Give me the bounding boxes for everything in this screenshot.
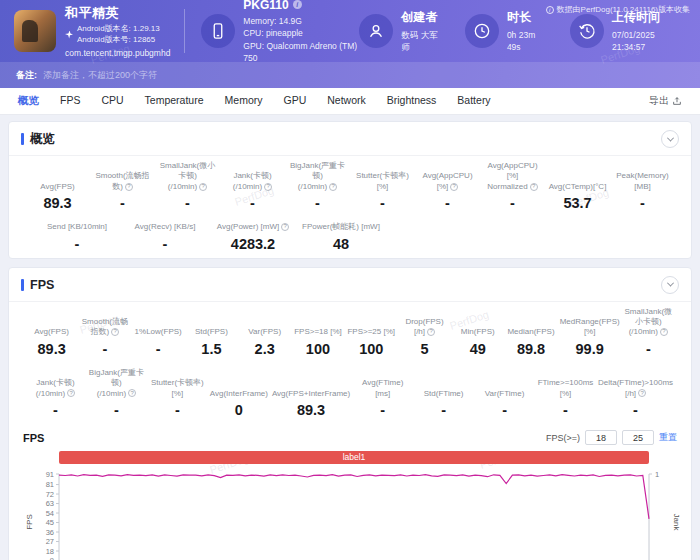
metric-cell: SmallJank(微小卡顿) (/10min)?- — [622, 307, 675, 357]
metric-cell: Avg(FPS)89.3 — [25, 307, 78, 357]
device-info-icon[interactable]: i — [293, 0, 302, 9]
metric-label: Jank(卡顿) (/10min)? — [222, 171, 283, 192]
label1-region-banner[interactable]: label1 — [59, 451, 649, 464]
help-icon[interactable]: ? — [264, 183, 272, 191]
tab-network[interactable]: Network — [327, 94, 366, 108]
metric-label: Stutter(卡顿率) [%] — [149, 378, 206, 399]
metric-label: SmallJank(微小卡顿) (/10min)? — [157, 161, 218, 192]
metric-value: 2.3 — [240, 341, 289, 357]
svg-text:18: 18 — [46, 546, 54, 555]
help-icon[interactable]: ? — [199, 183, 207, 191]
metric-value: - — [415, 402, 472, 418]
metric-cell: Std(FPS)1.5 — [185, 307, 238, 357]
svg-text:72: 72 — [46, 489, 54, 498]
fps-card: PerfDog PerfDog PerfDog PerfDog FPS Avg(… — [8, 267, 692, 560]
duration-block: 时长 0h 23m 49s — [465, 9, 544, 54]
tab-overview[interactable]: 概览 — [18, 94, 39, 108]
app-icon — [14, 10, 56, 52]
metric-cell: Drop(FPS) [/h]?5 — [398, 307, 451, 357]
overview-card: PerfDog PerfDog 概览 Avg(FPS)89.3Smooth(流畅… — [8, 121, 692, 259]
metric-value: - — [612, 195, 673, 211]
svg-text:54: 54 — [46, 508, 54, 517]
tab-brightness[interactable]: Brightness — [387, 94, 437, 108]
collapse-button[interactable] — [661, 130, 679, 148]
metric-cell: Send [KB/10min]- — [33, 222, 121, 251]
metric-value: - — [476, 402, 533, 418]
help-icon[interactable]: ? — [530, 183, 538, 191]
reset-link[interactable]: 重置 — [659, 431, 677, 444]
device-block: PKG110i Memory: 14.9G CPU: pineapple GPU… — [201, 0, 359, 64]
metric-cell: Min(FPS)49 — [451, 307, 504, 357]
creator-block: 创建者 数码 大军师 — [359, 9, 439, 54]
svg-text:45: 45 — [46, 518, 54, 527]
metric-value: - — [88, 402, 145, 418]
version-icon — [65, 31, 73, 39]
metric-value: - — [417, 195, 478, 211]
android-version-name: Android版本名: 1.29.13 — [77, 24, 160, 34]
metric-value: - — [482, 195, 543, 211]
device-cpu: CPU: pineapple — [243, 27, 359, 39]
help-icon[interactable]: ? — [450, 183, 458, 191]
metric-label: Std(FPS) — [187, 327, 236, 337]
metric-label: Avg(Recv) [KB/s] — [123, 222, 207, 232]
help-icon[interactable]: ? — [128, 389, 136, 397]
metric-label: FPS>=25 [%] — [347, 327, 396, 337]
metric-label: Median(FPS) — [506, 327, 555, 337]
duration-label: 时长 — [507, 9, 544, 26]
metric-cell: Avg(AppCPU) [%]?- — [415, 161, 480, 211]
metric-value: - — [354, 402, 411, 418]
header-divider — [184, 9, 185, 53]
tab-cpu[interactable]: CPU — [101, 94, 123, 108]
metric-value: 89.3 — [27, 195, 88, 211]
metric-value: - — [35, 236, 119, 252]
metric-value: 48 — [299, 236, 383, 252]
fps-min-input[interactable] — [585, 430, 617, 445]
metric-label: FPS>=18 [%] — [293, 327, 342, 337]
metric-value: 53.7 — [547, 195, 608, 211]
help-icon[interactable]: ? — [281, 223, 289, 231]
metric-cell: Var(FPS)2.3 — [238, 307, 291, 357]
fps-metrics-row-2: Jank(卡顿) (/10min)?-BigJank(严重卡顿) (/10min… — [9, 363, 691, 424]
svg-text:27: 27 — [46, 537, 54, 546]
metric-label: 1%Low(FPS) — [134, 327, 183, 337]
tab-battery[interactable]: Battery — [457, 94, 490, 108]
svg-text:81: 81 — [46, 480, 54, 489]
remark-bar[interactable]: 备注: 添加备注，不超过200个字符 — [0, 62, 700, 88]
metric-cell: FPS>=25 [%]100 — [345, 307, 398, 357]
collapse-button[interactable] — [661, 276, 679, 294]
export-button[interactable]: 导出 — [649, 94, 682, 108]
fps-max-input[interactable] — [622, 430, 654, 445]
creator-name: 数码 大军师 — [401, 29, 439, 54]
clock-icon — [465, 14, 499, 48]
help-icon[interactable]: ? — [329, 183, 337, 191]
remark-placeholder[interactable]: 添加备注，不超过200个字符 — [43, 69, 157, 82]
metric-value: - — [149, 402, 206, 418]
tab-memory[interactable]: Memory — [225, 94, 263, 108]
duration-value: 0h 23m 49s — [507, 29, 544, 54]
metric-value: 89.3 — [272, 402, 350, 418]
help-icon[interactable]: ? — [125, 183, 133, 191]
metric-cell: Smooth(流畅指数)?- — [78, 307, 131, 357]
help-icon[interactable]: ? — [660, 328, 668, 336]
section-accent — [21, 279, 24, 291]
metric-label: Avg(CTemp)[°C] — [547, 182, 608, 192]
metric-cell: Jank(卡顿) (/10min)?- — [25, 368, 86, 418]
help-icon[interactable]: ? — [67, 389, 75, 397]
tab-fps[interactable]: FPS — [60, 94, 80, 108]
metric-value: 100 — [347, 341, 396, 357]
metric-value: - — [134, 341, 183, 357]
metric-value: 89.8 — [506, 341, 555, 357]
metric-value: 1.5 — [187, 341, 236, 357]
tab-temperature[interactable]: Temperature — [145, 94, 204, 108]
help-icon[interactable]: ? — [111, 328, 119, 336]
collect-note-text: 数据由PerfDog(11.0.241116)版本收集 — [557, 4, 690, 15]
metric-cell: Delta(FTime)>100ms [/h]?- — [596, 368, 675, 418]
help-icon[interactable]: ? — [427, 328, 435, 336]
metric-cell: Smooth(流畅指数)?- — [90, 161, 155, 211]
metric-label: Avg(AppCPU) [%] Normalized? — [482, 161, 543, 192]
overview-metrics-row-1: Avg(FPS)89.3Smooth(流畅指数)?-SmallJank(微小卡顿… — [9, 156, 691, 217]
help-icon[interactable]: ? — [638, 389, 646, 397]
tab-gpu[interactable]: GPU — [283, 94, 306, 108]
metric-cell: Peak(Memory) [MB]- — [610, 161, 675, 211]
metric-value: - — [157, 195, 218, 211]
